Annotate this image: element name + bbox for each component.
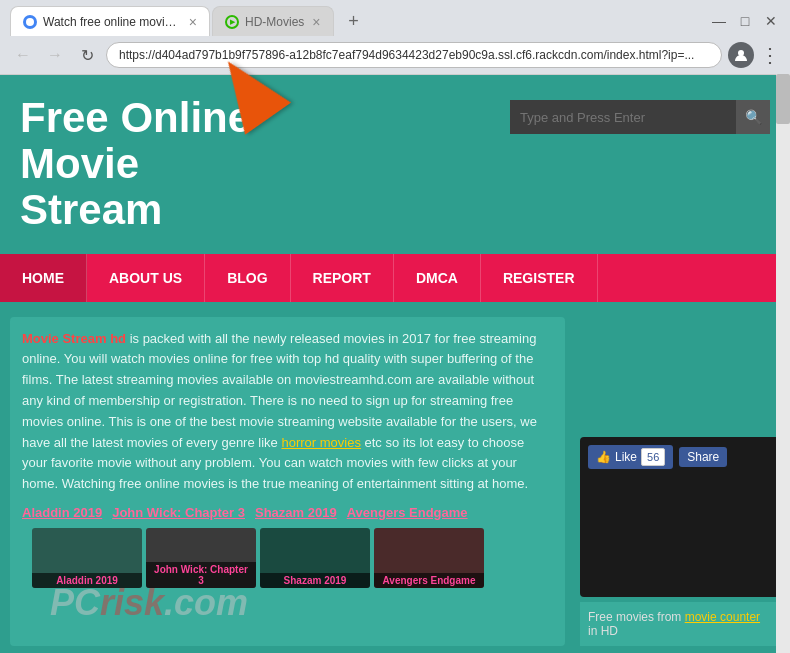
movie-link-3[interactable]: Avengers Endgame <box>347 505 468 520</box>
fb-like-label: Like <box>615 450 637 464</box>
new-tab-button[interactable]: + <box>340 7 368 35</box>
maximize-button[interactable]: □ <box>736 12 754 30</box>
close-button[interactable]: ✕ <box>762 12 780 30</box>
nav-register[interactable]: REGISTER <box>481 254 598 302</box>
thumb-1[interactable]: John Wick: Chapter 3 <box>146 528 256 588</box>
highlight-text: Movie Stream hd <box>22 331 126 346</box>
sidebar-caption-text: Free movies from <box>588 610 685 624</box>
nav-blog[interactable]: BLOG <box>205 254 290 302</box>
forward-button[interactable]: → <box>42 42 68 68</box>
search-icon: 🔍 <box>745 109 762 125</box>
movie-counter-link[interactable]: movie counter <box>685 610 760 624</box>
fb-thumb-icon: 👍 <box>596 450 611 464</box>
refresh-button[interactable]: ↻ <box>74 42 100 68</box>
movie-links: Aladdin 2019 John Wick: Chapter 3 Shazam… <box>22 505 553 520</box>
search-box: 🔍 <box>510 100 770 134</box>
search-button[interactable]: 🔍 <box>736 100 770 134</box>
content-area: Movie Stream hd is packed with all the n… <box>0 302 790 653</box>
thumb-label-0[interactable]: Aladdin 2019 <box>32 573 142 588</box>
tab-1-favicon <box>23 15 37 29</box>
thumb-0[interactable]: Aladdin 2019 <box>32 528 142 588</box>
nav-home[interactable]: HOME <box>0 254 87 302</box>
address-bar: ← → ↻ ⋮ <box>0 36 790 74</box>
logo-text: Free Online Movie Stream <box>20 95 251 234</box>
search-input[interactable] <box>510 110 736 125</box>
movie-link-2[interactable]: Shazam 2019 <box>255 505 337 520</box>
sidebar-widget: 👍 Like 56 Share <box>580 437 780 597</box>
horror-movies-link[interactable]: horror movies <box>281 435 360 450</box>
fb-like-button[interactable]: 👍 Like 56 <box>588 445 673 469</box>
body-text-2: is packed with all the newly released mo… <box>22 331 537 450</box>
scrollbar-thumb[interactable] <box>776 74 790 124</box>
address-input[interactable] <box>106 42 722 68</box>
back-button[interactable]: ← <box>10 42 36 68</box>
fb-share-button[interactable]: Share <box>679 447 727 467</box>
browser-menu-button[interactable]: ⋮ <box>760 43 780 67</box>
movie-thumbnails: Aladdin 2019 John Wick: Chapter 3 Shazam… <box>22 528 553 593</box>
body-text: Movie Stream hd is packed with all the n… <box>22 329 553 495</box>
thumb-3[interactable]: Avengers Endgame <box>374 528 484 588</box>
sidebar-caption-suffix: in HD <box>588 624 618 638</box>
nav-about[interactable]: ABOUT US <box>87 254 205 302</box>
tab-1-label: Watch free online movie stream... <box>43 15 181 29</box>
thumb-label-3[interactable]: Avengers Endgame <box>374 573 484 588</box>
site-logo: Free Online Movie Stream <box>20 95 251 234</box>
sidebar-caption: Free movies from movie counter in HD <box>580 602 780 646</box>
tab-1[interactable]: Watch free online movie stream... × <box>10 6 210 36</box>
navigation-bar: HOME ABOUT US BLOG REPORT DMCA REGISTER <box>0 254 790 302</box>
thumb-label-1[interactable]: John Wick: Chapter 3 <box>146 562 256 588</box>
tab-1-close[interactable]: × <box>189 14 197 30</box>
tab-2[interactable]: HD-Movies × <box>212 6 334 36</box>
account-icon[interactable] <box>728 42 754 68</box>
website-content: Free Online Movie Stream 🔍 HOME ABOUT US… <box>0 75 790 653</box>
minimize-button[interactable]: — <box>710 12 728 30</box>
browser-chrome: Watch free online movie stream... × HD-M… <box>0 0 790 75</box>
main-content: Movie Stream hd is packed with all the n… <box>10 317 565 646</box>
sidebar: 👍 Like 56 Share Free movies from movie c… <box>580 317 780 646</box>
fb-count: 56 <box>641 448 665 466</box>
arrow-overlay <box>220 55 276 125</box>
scrollbar[interactable] <box>776 74 790 653</box>
nav-report[interactable]: REPORT <box>291 254 394 302</box>
tab-2-close[interactable]: × <box>312 14 320 30</box>
thumb-label-2[interactable]: Shazam 2019 <box>260 573 370 588</box>
svg-point-0 <box>26 18 34 26</box>
tab-2-label: HD-Movies <box>245 15 304 29</box>
site-header: Free Online Movie Stream 🔍 <box>0 75 790 244</box>
facebook-like-widget: 👍 Like 56 Share <box>580 437 780 477</box>
nav-dmca[interactable]: DMCA <box>394 254 481 302</box>
title-bar: Watch free online movie stream... × HD-M… <box>0 0 790 36</box>
tab-2-favicon <box>225 15 239 29</box>
movie-link-0[interactable]: Aladdin 2019 <box>22 505 102 520</box>
window-controls: — □ ✕ <box>710 12 780 30</box>
thumb-2[interactable]: Shazam 2019 <box>260 528 370 588</box>
movie-link-1[interactable]: John Wick: Chapter 3 <box>112 505 245 520</box>
